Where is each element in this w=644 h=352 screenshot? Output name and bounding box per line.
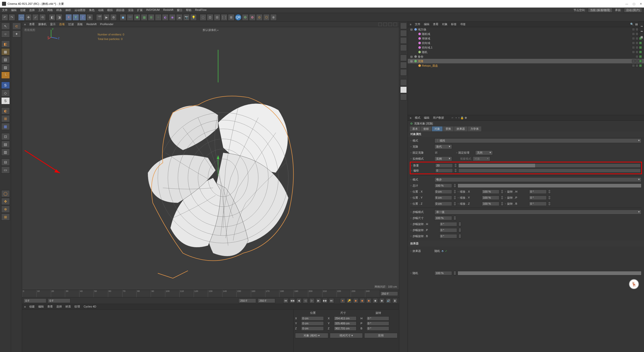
coord-size-Y[interactable]: 325.499 cm <box>334 321 356 326</box>
menu-样条[interactable]: 样条 <box>56 8 62 12</box>
tree-row-径向域[interactable]: 径向域✓ <box>408 41 644 45</box>
objtab-文件[interactable]: 文件 <box>415 23 420 26</box>
vtool-10[interactable] <box>400 94 407 100</box>
attrtab-编辑[interactable]: 编辑 <box>424 116 429 119</box>
goto-end-button[interactable]: ⏭ <box>329 298 334 303</box>
misc-tool-1[interactable]: ◌ <box>200 14 206 21</box>
attr-nav-fwd-icon[interactable]: → <box>455 116 457 119</box>
attr-posz-spinner[interactable] <box>454 202 456 206</box>
plugin-button-2[interactable]: ✿ <box>249 14 256 21</box>
attr-rotb-spinner[interactable] <box>548 202 551 206</box>
attr-rotp-spinner[interactable] <box>548 196 551 200</box>
tree-row-Retopo_圆盘[interactable]: Retopo_圆盘✓ <box>408 63 644 68</box>
objtab-hamburger-icon[interactable]: ≡ <box>410 23 411 26</box>
objtab-编辑[interactable]: 编辑 <box>424 23 429 26</box>
objpanel-search-icon[interactable]: 🔍 <box>630 23 634 26</box>
menu-网格[interactable]: 网格 <box>47 8 53 12</box>
xray-icon[interactable]: ⊞ <box>1 115 10 122</box>
minimize-button[interactable]: — <box>625 2 628 6</box>
frame-back-button[interactable]: ◀ <box>296 298 301 303</box>
y-axis-lock[interactable]: Y <box>72 14 79 21</box>
coord-apply-button[interactable]: 应用 <box>364 333 397 338</box>
vtool-7[interactable] <box>400 69 407 76</box>
attr-steprotp-spinner[interactable] <box>459 228 461 232</box>
attrtab-hamburger-icon[interactable]: ≡ <box>410 116 411 119</box>
viewbar-摄像机[interactable]: 摄像机 <box>38 23 47 26</box>
attrtab-模式[interactable]: 模式 <box>415 116 420 119</box>
objtab-书签[interactable]: 书签 <box>460 23 466 26</box>
recent-tool-2[interactable]: ◨ <box>56 14 62 21</box>
key-pos-button[interactable]: ◆ <box>353 298 358 303</box>
menu-创建[interactable]: 创建 <box>20 8 26 12</box>
planar-workplane-icon[interactable]: ▭ <box>1 166 10 173</box>
plugin-button-1[interactable]: Ꝋ <box>242 14 249 21</box>
menu-渲染[interactable]: 渲染 <box>128 8 134 12</box>
subdivision-button[interactable]: ▦ <box>141 14 147 21</box>
attr-stepsize-input[interactable]: 100 % <box>434 216 452 220</box>
attr-stepmode-dropdown[interactable]: 单一值▾ <box>434 210 641 214</box>
viewport-nav-1[interactable] <box>378 23 382 26</box>
object-tree[interactable]: ⊟域力场✓随机域✓球体域✓径向域✓径向域.1✓随机✓⊟备份✓⊟克隆✓Retopo… <box>408 27 644 115</box>
objtab-查看[interactable]: 查看 <box>433 23 438 26</box>
attr-rotp-input[interactable]: 0 ° <box>529 196 547 200</box>
menu-RealFlow[interactable]: RealFlow <box>195 8 207 12</box>
vtool-2[interactable] <box>400 30 407 36</box>
attr-total-spinner[interactable] <box>454 184 456 188</box>
viewbar-ProRender[interactable]: ProRender <box>100 23 113 26</box>
matbar-选择[interactable]: 选择 <box>56 305 62 308</box>
misc-tool-2[interactable]: ⊡ <box>207 14 213 21</box>
attr-scalex-spinner[interactable] <box>501 190 503 194</box>
tree-row-备份[interactable]: ⊟备份✓ <box>408 54 644 59</box>
attr-viewmode-dropdown[interactable]: 对象▾ <box>473 156 490 161</box>
vtool-6[interactable] <box>400 62 407 68</box>
viewport-nav-3[interactable] <box>388 23 392 26</box>
model-mode-icon[interactable]: ▦ <box>1 48 10 55</box>
plugin-button-3[interactable]: ⊙ <box>256 14 263 21</box>
viewport-nav-2[interactable] <box>383 23 387 26</box>
menu-Redshift[interactable]: Redshift <box>163 8 173 12</box>
attr-posx-input[interactable]: 0 cm <box>434 190 452 194</box>
record-button[interactable]: ● <box>340 298 345 303</box>
plugin-button-5[interactable]: ⊗ <box>270 14 277 21</box>
generator-button[interactable]: ⬢ <box>134 14 140 21</box>
magnet-tool-icon[interactable]: ⊂ <box>12 23 21 30</box>
material-area[interactable] <box>22 310 293 352</box>
viewbar-Redshift[interactable]: Redshift <box>86 23 96 26</box>
plugin-button-4[interactable]: ⬡ <box>263 14 270 21</box>
cloner-button[interactable]: ⁘ <box>155 14 162 21</box>
maximize-button[interactable]: ▢ <box>633 2 635 6</box>
attr-total-input[interactable]: 100 % <box>434 184 452 188</box>
menu-动画[interactable]: 动画 <box>98 8 104 12</box>
coord-pos-Z[interactable]: 0 cm <box>301 326 324 331</box>
objtab-对象[interactable]: 对象 <box>442 23 448 26</box>
key-scale-button[interactable]: ◆ <box>360 298 365 303</box>
world-axis-button[interactable]: ⊕ <box>87 14 93 21</box>
attr-scaley-input[interactable]: 100 % <box>482 196 499 200</box>
viewbar-过滤[interactable]: 过滤 <box>68 23 74 26</box>
attr-scaley-spinner[interactable] <box>501 196 503 200</box>
z-axis-lock[interactable]: Z <box>79 14 86 21</box>
texture-mode-icon[interactable]: ▧ <box>1 56 10 63</box>
coord-size-mode-dropdown[interactable]: 绝对尺寸 ▾ <box>330 333 363 338</box>
sound-button[interactable]: 🔊 <box>386 298 391 303</box>
attr-steproth-input[interactable]: 0 ° <box>439 222 457 226</box>
frame-forward-button[interactable]: ▶ <box>316 298 321 303</box>
tree-row-球体域[interactable]: 球体域✓ <box>408 36 644 41</box>
workplane-mode-icon[interactable]: ▨ <box>1 64 10 71</box>
viewport-solo-icon[interactable]: ◐ <box>1 107 10 114</box>
attr-new-icon[interactable]: ⊕ <box>465 116 467 119</box>
attr-count-input[interactable]: 20 <box>435 163 453 168</box>
attr-lock-icon[interactable]: 🔒 <box>460 116 464 119</box>
brush-tool-icon[interactable]: ✦ <box>12 30 21 37</box>
matbar-hamburger-icon[interactable]: ≡ <box>24 305 26 308</box>
viewport-nav-4[interactable] <box>393 23 397 26</box>
marker-button[interactable]: ▮ <box>392 298 397 303</box>
field-button[interactable]: ◉ <box>169 14 176 21</box>
attr-stepsize-spinner[interactable] <box>454 216 456 220</box>
subtab-力学体[interactable]: 力学体 <box>468 126 481 131</box>
vtab-structure[interactable]: 内容浏览器 <box>638 27 644 31</box>
attr-mode2-dropdown[interactable]: 每步▾ <box>434 177 641 182</box>
viewport[interactable]: 透视视图 Number of emitters: 0 Total live pa… <box>22 27 399 290</box>
menu-运动图形[interactable]: 运动图形 <box>74 8 86 12</box>
objtab-标签[interactable]: 标签 <box>451 23 457 26</box>
